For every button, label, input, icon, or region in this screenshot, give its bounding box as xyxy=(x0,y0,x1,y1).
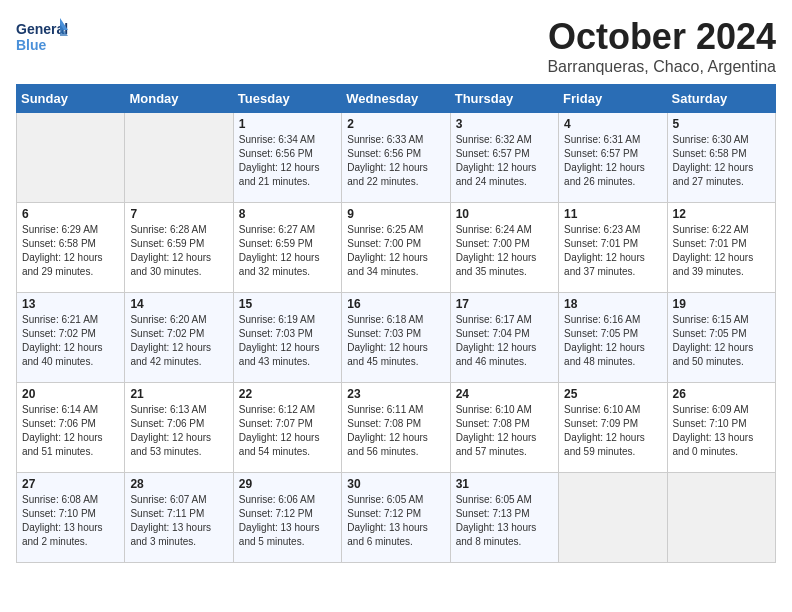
day-number: 30 xyxy=(347,477,444,491)
day-cell: 10Sunrise: 6:24 AM Sunset: 7:00 PM Dayli… xyxy=(450,203,558,293)
day-info: Sunrise: 6:16 AM Sunset: 7:05 PM Dayligh… xyxy=(564,314,645,367)
header-cell-monday: Monday xyxy=(125,85,233,113)
logo: General Blue xyxy=(16,16,68,62)
week-row-3: 13Sunrise: 6:21 AM Sunset: 7:02 PM Dayli… xyxy=(17,293,776,383)
day-info: Sunrise: 6:31 AM Sunset: 6:57 PM Dayligh… xyxy=(564,134,645,187)
week-row-1: 1Sunrise: 6:34 AM Sunset: 6:56 PM Daylig… xyxy=(17,113,776,203)
day-cell: 2Sunrise: 6:33 AM Sunset: 6:56 PM Daylig… xyxy=(342,113,450,203)
header-cell-thursday: Thursday xyxy=(450,85,558,113)
day-number: 27 xyxy=(22,477,119,491)
day-info: Sunrise: 6:30 AM Sunset: 6:58 PM Dayligh… xyxy=(673,134,754,187)
day-info: Sunrise: 6:05 AM Sunset: 7:13 PM Dayligh… xyxy=(456,494,537,547)
day-info: Sunrise: 6:18 AM Sunset: 7:03 PM Dayligh… xyxy=(347,314,428,367)
day-info: Sunrise: 6:05 AM Sunset: 7:12 PM Dayligh… xyxy=(347,494,428,547)
week-row-4: 20Sunrise: 6:14 AM Sunset: 7:06 PM Dayli… xyxy=(17,383,776,473)
location-title: Barranqueras, Chaco, Argentina xyxy=(547,58,776,76)
calendar-table: SundayMondayTuesdayWednesdayThursdayFrid… xyxy=(16,84,776,563)
day-cell: 7Sunrise: 6:28 AM Sunset: 6:59 PM Daylig… xyxy=(125,203,233,293)
day-number: 20 xyxy=(22,387,119,401)
day-number: 5 xyxy=(673,117,770,131)
day-cell: 11Sunrise: 6:23 AM Sunset: 7:01 PM Dayli… xyxy=(559,203,667,293)
day-cell: 12Sunrise: 6:22 AM Sunset: 7:01 PM Dayli… xyxy=(667,203,775,293)
day-number: 9 xyxy=(347,207,444,221)
header-cell-wednesday: Wednesday xyxy=(342,85,450,113)
day-number: 21 xyxy=(130,387,227,401)
day-cell: 26Sunrise: 6:09 AM Sunset: 7:10 PM Dayli… xyxy=(667,383,775,473)
day-info: Sunrise: 6:20 AM Sunset: 7:02 PM Dayligh… xyxy=(130,314,211,367)
svg-text:Blue: Blue xyxy=(16,37,47,53)
day-cell: 29Sunrise: 6:06 AM Sunset: 7:12 PM Dayli… xyxy=(233,473,341,563)
day-cell: 18Sunrise: 6:16 AM Sunset: 7:05 PM Dayli… xyxy=(559,293,667,383)
day-cell: 9Sunrise: 6:25 AM Sunset: 7:00 PM Daylig… xyxy=(342,203,450,293)
day-info: Sunrise: 6:06 AM Sunset: 7:12 PM Dayligh… xyxy=(239,494,320,547)
day-cell: 23Sunrise: 6:11 AM Sunset: 7:08 PM Dayli… xyxy=(342,383,450,473)
day-number: 26 xyxy=(673,387,770,401)
day-number: 15 xyxy=(239,297,336,311)
day-number: 18 xyxy=(564,297,661,311)
day-cell: 19Sunrise: 6:15 AM Sunset: 7:05 PM Dayli… xyxy=(667,293,775,383)
week-row-2: 6Sunrise: 6:29 AM Sunset: 6:58 PM Daylig… xyxy=(17,203,776,293)
day-info: Sunrise: 6:09 AM Sunset: 7:10 PM Dayligh… xyxy=(673,404,754,457)
day-cell: 17Sunrise: 6:17 AM Sunset: 7:04 PM Dayli… xyxy=(450,293,558,383)
day-number: 1 xyxy=(239,117,336,131)
day-info: Sunrise: 6:17 AM Sunset: 7:04 PM Dayligh… xyxy=(456,314,537,367)
header-cell-sunday: Sunday xyxy=(17,85,125,113)
day-cell: 31Sunrise: 6:05 AM Sunset: 7:13 PM Dayli… xyxy=(450,473,558,563)
day-info: Sunrise: 6:10 AM Sunset: 7:09 PM Dayligh… xyxy=(564,404,645,457)
logo-icon: General Blue xyxy=(16,16,68,58)
day-cell xyxy=(125,113,233,203)
day-number: 8 xyxy=(239,207,336,221)
day-number: 3 xyxy=(456,117,553,131)
day-cell: 22Sunrise: 6:12 AM Sunset: 7:07 PM Dayli… xyxy=(233,383,341,473)
day-info: Sunrise: 6:22 AM Sunset: 7:01 PM Dayligh… xyxy=(673,224,754,277)
day-cell: 21Sunrise: 6:13 AM Sunset: 7:06 PM Dayli… xyxy=(125,383,233,473)
month-title: October 2024 xyxy=(547,16,776,58)
day-cell: 25Sunrise: 6:10 AM Sunset: 7:09 PM Dayli… xyxy=(559,383,667,473)
day-info: Sunrise: 6:15 AM Sunset: 7:05 PM Dayligh… xyxy=(673,314,754,367)
calendar-body: 1Sunrise: 6:34 AM Sunset: 6:56 PM Daylig… xyxy=(17,113,776,563)
day-cell xyxy=(559,473,667,563)
day-info: Sunrise: 6:19 AM Sunset: 7:03 PM Dayligh… xyxy=(239,314,320,367)
day-info: Sunrise: 6:07 AM Sunset: 7:11 PM Dayligh… xyxy=(130,494,211,547)
day-info: Sunrise: 6:10 AM Sunset: 7:08 PM Dayligh… xyxy=(456,404,537,457)
header-cell-friday: Friday xyxy=(559,85,667,113)
day-cell: 27Sunrise: 6:08 AM Sunset: 7:10 PM Dayli… xyxy=(17,473,125,563)
day-cell xyxy=(667,473,775,563)
day-cell: 1Sunrise: 6:34 AM Sunset: 6:56 PM Daylig… xyxy=(233,113,341,203)
day-cell: 24Sunrise: 6:10 AM Sunset: 7:08 PM Dayli… xyxy=(450,383,558,473)
header-cell-saturday: Saturday xyxy=(667,85,775,113)
page-header: General Blue October 2024 Barranqueras, … xyxy=(16,16,776,76)
day-cell: 8Sunrise: 6:27 AM Sunset: 6:59 PM Daylig… xyxy=(233,203,341,293)
day-info: Sunrise: 6:29 AM Sunset: 6:58 PM Dayligh… xyxy=(22,224,103,277)
day-info: Sunrise: 6:08 AM Sunset: 7:10 PM Dayligh… xyxy=(22,494,103,547)
day-number: 10 xyxy=(456,207,553,221)
day-number: 6 xyxy=(22,207,119,221)
day-number: 29 xyxy=(239,477,336,491)
day-info: Sunrise: 6:28 AM Sunset: 6:59 PM Dayligh… xyxy=(130,224,211,277)
day-cell xyxy=(17,113,125,203)
day-number: 7 xyxy=(130,207,227,221)
day-number: 12 xyxy=(673,207,770,221)
day-number: 13 xyxy=(22,297,119,311)
day-info: Sunrise: 6:33 AM Sunset: 6:56 PM Dayligh… xyxy=(347,134,428,187)
day-cell: 30Sunrise: 6:05 AM Sunset: 7:12 PM Dayli… xyxy=(342,473,450,563)
day-number: 4 xyxy=(564,117,661,131)
day-cell: 5Sunrise: 6:30 AM Sunset: 6:58 PM Daylig… xyxy=(667,113,775,203)
day-number: 22 xyxy=(239,387,336,401)
day-info: Sunrise: 6:23 AM Sunset: 7:01 PM Dayligh… xyxy=(564,224,645,277)
day-number: 17 xyxy=(456,297,553,311)
day-cell: 4Sunrise: 6:31 AM Sunset: 6:57 PM Daylig… xyxy=(559,113,667,203)
day-info: Sunrise: 6:14 AM Sunset: 7:06 PM Dayligh… xyxy=(22,404,103,457)
header-cell-tuesday: Tuesday xyxy=(233,85,341,113)
day-cell: 14Sunrise: 6:20 AM Sunset: 7:02 PM Dayli… xyxy=(125,293,233,383)
title-block: October 2024 Barranqueras, Chaco, Argent… xyxy=(547,16,776,76)
day-info: Sunrise: 6:34 AM Sunset: 6:56 PM Dayligh… xyxy=(239,134,320,187)
header-row: SundayMondayTuesdayWednesdayThursdayFrid… xyxy=(17,85,776,113)
day-cell: 20Sunrise: 6:14 AM Sunset: 7:06 PM Dayli… xyxy=(17,383,125,473)
day-number: 19 xyxy=(673,297,770,311)
day-number: 31 xyxy=(456,477,553,491)
day-info: Sunrise: 6:32 AM Sunset: 6:57 PM Dayligh… xyxy=(456,134,537,187)
day-cell: 15Sunrise: 6:19 AM Sunset: 7:03 PM Dayli… xyxy=(233,293,341,383)
day-info: Sunrise: 6:27 AM Sunset: 6:59 PM Dayligh… xyxy=(239,224,320,277)
day-number: 23 xyxy=(347,387,444,401)
